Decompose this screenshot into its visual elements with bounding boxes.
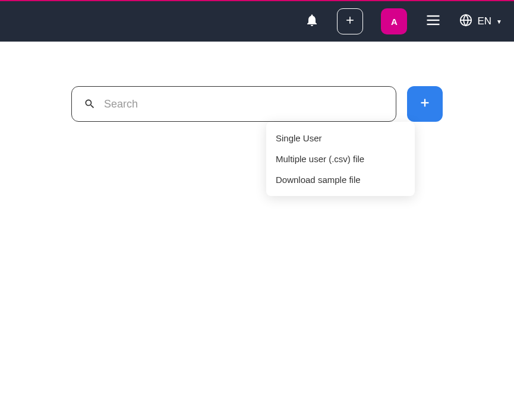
search-container[interactable]	[71, 86, 396, 122]
add-dropdown-menu: Single User Multiple user (.csv) file Do…	[266, 122, 415, 196]
search-input[interactable]	[104, 98, 384, 110]
search-row	[71, 86, 443, 122]
hamburger-menu-button[interactable]	[425, 12, 442, 31]
globe-icon	[459, 14, 472, 29]
main-content: Single User Multiple user (.csv) file Do…	[0, 42, 514, 122]
plus-icon	[418, 96, 431, 112]
dropdown-item-multiple-csv[interactable]: Multiple user (.csv) file	[266, 149, 415, 169]
chevron-down-icon: ▼	[496, 18, 502, 25]
plus-icon	[344, 14, 356, 29]
user-avatar[interactable]: A	[381, 8, 407, 34]
app-header: A EN ▼	[0, 1, 514, 42]
hamburger-icon	[425, 12, 442, 31]
language-selector[interactable]: EN ▼	[459, 14, 502, 29]
dropdown-item-single-user[interactable]: Single User	[266, 128, 415, 149]
search-icon	[84, 98, 96, 110]
header-add-button[interactable]	[337, 8, 363, 34]
avatar-letter: A	[391, 17, 398, 27]
dropdown-item-download-sample[interactable]: Download sample file	[266, 169, 415, 190]
notification-button[interactable]	[305, 13, 319, 30]
bell-icon	[305, 13, 319, 30]
language-label: EN	[477, 15, 491, 27]
add-user-button[interactable]	[407, 86, 443, 122]
